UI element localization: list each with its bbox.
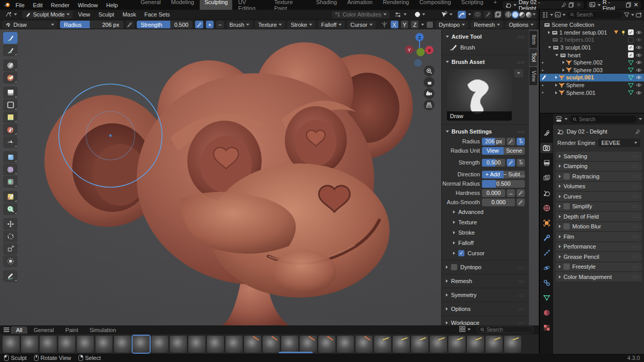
display-mode-icon[interactable]	[555, 12, 561, 18]
strength-pressure-icon[interactable]	[507, 159, 515, 167]
brush-thumbnail[interactable]	[226, 336, 243, 353]
brush-thumbnail-selected[interactable]	[133, 336, 150, 353]
wireframe-shading-icon[interactable]	[505, 11, 511, 18]
zoom-button[interactable]	[424, 65, 434, 76]
brush-thumbnail[interactable]	[448, 336, 465, 353]
panel-performance[interactable]: Performance::::	[556, 242, 642, 252]
menu-sculpt[interactable]: Sculpt	[95, 10, 118, 19]
panel-color-management[interactable]: Color Management::::	[556, 272, 642, 282]
normal-radius-slider[interactable]: 0.500	[482, 180, 525, 188]
brush-thumbnail[interactable]	[430, 336, 447, 353]
chevron-down-icon[interactable]	[562, 14, 566, 16]
auto-smooth-slider[interactable]: 0.000	[482, 199, 515, 206]
outliner-row-sphere-002[interactable]: Sphere.002	[540, 59, 644, 67]
tool-mask-line[interactable]	[3, 191, 18, 203]
brush-thumbnail[interactable]	[467, 336, 484, 353]
panel-depth-of-field[interactable]: Depth of Field::::	[556, 212, 642, 221]
render-engine-dropdown[interactable]: EEVEE	[598, 139, 640, 147]
exclude-checkbox[interactable]: ✓	[628, 29, 634, 35]
dyntopo-checkbox[interactable]	[451, 264, 457, 270]
tool-mesh-filter[interactable]	[3, 203, 18, 215]
tab-scene-properties[interactable]	[540, 188, 553, 198]
tool-transform[interactable]	[3, 255, 18, 267]
tab-view-layer-properties[interactable]	[540, 173, 553, 183]
tool-move[interactable]	[3, 218, 18, 230]
new-scene-icon[interactable]	[569, 2, 574, 8]
properties-editor-icon[interactable]	[556, 116, 562, 122]
color-attributes-dropdown[interactable]: Color Attributes	[332, 11, 390, 19]
brush-thumbnail[interactable]	[40, 336, 57, 353]
brush-thumbnail[interactable]	[281, 336, 298, 353]
brush-thumbnail[interactable]	[411, 336, 428, 353]
brush-thumbnail[interactable]	[393, 336, 410, 353]
subpanel-advanced[interactable]: Advanced	[442, 207, 529, 217]
outliner-editor-icon[interactable]	[542, 12, 549, 18]
shading-chevron[interactable]	[533, 13, 536, 15]
navigation-gizmo[interactable]: Z Y X	[403, 31, 439, 67]
tool-crease[interactable]	[3, 124, 18, 136]
menu-face-sets[interactable]: Face Sets	[141, 10, 173, 19]
panel-dyntopo[interactable]: Dyntopo::::	[442, 262, 529, 272]
panel-clamping[interactable]: Clamping::::	[556, 162, 642, 171]
panel-raytracing[interactable]: Raytracing::::	[556, 172, 642, 181]
tab-item[interactable]: Item	[529, 31, 537, 48]
tool-flatten[interactable]	[3, 87, 18, 98]
eye-icon[interactable]	[636, 75, 642, 79]
panel-motion-blur[interactable]: Motion Blur::::	[556, 222, 642, 232]
brush-thumbnail[interactable]	[337, 336, 354, 353]
brush-thumbnail[interactable]	[356, 336, 373, 353]
tab-view[interactable]: View	[529, 67, 537, 86]
radius-unit-toggle-icon[interactable]	[517, 138, 525, 145]
cursor-menu[interactable]: Cursor	[347, 21, 376, 28]
shelf-search-input[interactable]	[487, 327, 530, 333]
outliner-row-helpers[interactable]: 2 helpers.001	[540, 36, 644, 44]
panel-film[interactable]: Film::::	[556, 232, 642, 241]
eye-icon[interactable]	[636, 53, 642, 57]
remesh-menu[interactable]: Remesh	[471, 21, 503, 28]
tab-particle-properties[interactable]	[540, 248, 553, 258]
raytracing-checkbox[interactable]	[564, 173, 570, 179]
pin-icon[interactable]	[561, 2, 567, 8]
panel-remesh[interactable]: Remesh::::	[442, 276, 529, 286]
subpanel-texture[interactable]: Texture	[442, 217, 529, 227]
panel-symmetry[interactable]: Symmetry::::	[442, 290, 529, 300]
brush-asset-preview[interactable]: Draw	[447, 69, 512, 121]
outliner-row-scene-collection[interactable]: Scene Collection	[540, 21, 644, 29]
mode-selector[interactable]: Sculpt Mode	[22, 11, 73, 19]
tab-data-properties[interactable]	[540, 292, 553, 303]
brush-thumbnail[interactable]	[504, 336, 521, 353]
subpanel-falloff[interactable]: Falloff	[442, 238, 529, 248]
radius-unit-scene-button[interactable]: Scene	[504, 147, 525, 155]
brush-thumbnail[interactable]	[188, 336, 205, 353]
panel-grease-pencil[interactable]: Grease Pencil::::	[556, 252, 642, 261]
gizmos-chevron[interactable]	[468, 13, 471, 15]
selectability-dropdown[interactable]	[438, 11, 456, 19]
shelf-display-mode[interactable]	[459, 326, 471, 333]
outliner-search[interactable]	[567, 11, 622, 19]
shelf-tab-paint[interactable]: Paint	[60, 326, 83, 334]
symmetry-chevron[interactable]	[421, 24, 424, 26]
auto-smooth-pressure-icon[interactable]	[517, 199, 525, 206]
eye-icon[interactable]	[636, 38, 642, 42]
tab-tool-properties[interactable]	[540, 128, 553, 138]
brush-thumbnail[interactable]	[58, 336, 75, 353]
outliner-row-sphere-001[interactable]: Sphere.001	[540, 89, 644, 96]
brush-falloff-dropdown[interactable]	[412, 11, 428, 19]
gizmos-toggle[interactable]	[458, 11, 466, 19]
shelf-tab-general[interactable]: General	[28, 326, 59, 334]
eye-icon[interactable]	[636, 45, 642, 50]
outliner-row-render-setup[interactable]: 1 render setup.001 ✓	[540, 29, 644, 37]
exclude-checkbox[interactable]	[628, 37, 634, 43]
properties-search-input[interactable]	[579, 117, 634, 122]
eye-icon[interactable]	[636, 68, 642, 72]
properties-search[interactable]	[570, 116, 637, 123]
shelf-scrollbar[interactable]	[279, 352, 313, 353]
brush-thumbnail[interactable]	[486, 336, 503, 353]
tool-cloth[interactable]	[3, 163, 18, 175]
texture-menu[interactable]: Texture	[255, 21, 285, 28]
menu-render[interactable]: Render	[47, 1, 73, 9]
radius-unit-view-button[interactable]: View	[482, 147, 504, 155]
brush-settings-panel-header[interactable]: Brush Settings::::	[442, 126, 529, 137]
shelf-tab-all[interactable]: All	[11, 326, 27, 334]
chevron-down-icon[interactable]	[565, 118, 568, 120]
